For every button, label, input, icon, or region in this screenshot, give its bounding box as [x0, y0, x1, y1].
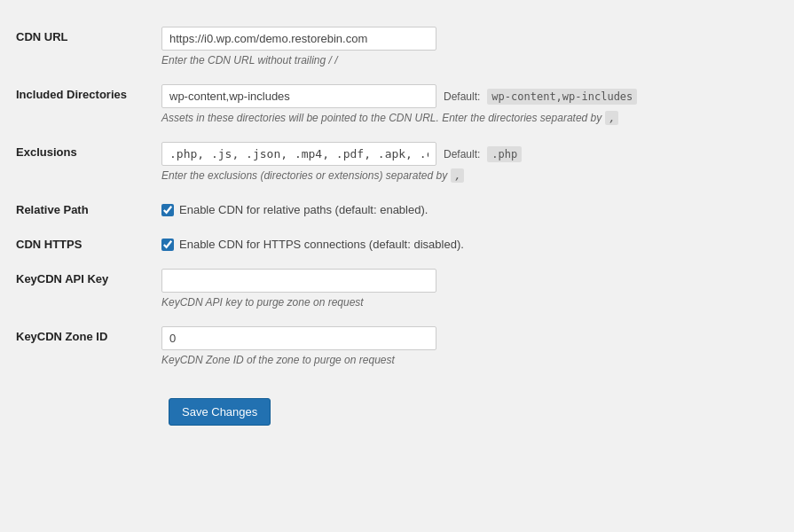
- keycdn-zone-id-help: KeyCDN Zone ID of the zone to purge on r…: [161, 354, 778, 366]
- directories-separator: ,: [605, 111, 618, 125]
- included-directories-label: Included Directories: [9, 75, 151, 133]
- cdn-url-input[interactable]: [161, 27, 436, 51]
- relative-path-checkbox-label: Enable CDN for relative paths (default: …: [179, 203, 428, 216]
- keycdn-api-key-cell: KeyCDN API key to purge zone on request: [151, 260, 785, 317]
- cdn-https-cell: Enable CDN for HTTPS connections (defaul…: [151, 225, 785, 260]
- exclusions-default-label: Default:: [444, 148, 480, 160]
- relative-path-row: Relative Path Enable CDN for relative pa…: [9, 191, 785, 225]
- keycdn-zone-id-input[interactable]: [161, 326, 436, 350]
- exclusions-separator: ,: [451, 168, 464, 183]
- relative-path-checkbox-row: Enable CDN for relative paths (default: …: [161, 203, 778, 216]
- relative-path-cell: Enable CDN for relative paths (default: …: [151, 191, 785, 225]
- save-row: Save Changes: [9, 375, 785, 434]
- cdn-https-label: CDN HTTPS: [9, 225, 151, 260]
- directories-default-value: wp-content,wp-includes: [487, 89, 637, 105]
- cdn-https-checkbox-row: Enable CDN for HTTPS connections (defaul…: [161, 238, 778, 251]
- settings-form: CDN URL Enter the CDN URL without traili…: [9, 18, 785, 434]
- directories-default-label: Default:: [444, 90, 480, 103]
- directories-input-row: Default: wp-content,wp-includes: [161, 84, 778, 108]
- exclusions-default-value: .php: [487, 146, 522, 162]
- directories-help: Assets in these directories will be poin…: [161, 112, 778, 124]
- directories-input[interactable]: [161, 84, 436, 108]
- cdn-url-row: CDN URL Enter the CDN URL without traili…: [9, 18, 785, 75]
- included-directories-cell: Default: wp-content,wp-includes Assets i…: [151, 75, 785, 133]
- keycdn-zone-id-row: KeyCDN Zone ID KeyCDN Zone ID of the zon…: [9, 317, 785, 375]
- exclusions-cell: Default: .php Enter the exclusions (dire…: [151, 133, 785, 191]
- cdn-url-cell: Enter the CDN URL without trailing / /: [151, 18, 785, 75]
- cdn-url-help: Enter the CDN URL without trailing / /: [161, 54, 778, 66]
- cdn-https-checkbox[interactable]: [161, 239, 174, 251]
- exclusions-help: Enter the exclusions (directories or ext…: [161, 169, 778, 182]
- relative-path-label: Relative Path: [9, 191, 151, 225]
- exclusions-input-row: Default: .php: [161, 142, 778, 166]
- cdn-https-row: CDN HTTPS Enable CDN for HTTPS connectio…: [9, 225, 785, 260]
- exclusions-label: Exclusions: [9, 133, 151, 191]
- keycdn-zone-id-label: KeyCDN Zone ID: [9, 317, 151, 375]
- relative-path-checkbox[interactable]: [161, 204, 174, 216]
- exclusions-row: Exclusions Default: .php Enter the exclu…: [9, 133, 785, 191]
- included-directories-row: Included Directories Default: wp-content…: [9, 75, 785, 133]
- save-button[interactable]: Save Changes: [169, 398, 271, 426]
- keycdn-zone-id-cell: KeyCDN Zone ID of the zone to purge on r…: [151, 317, 785, 375]
- keycdn-api-key-label: KeyCDN API Key: [9, 260, 151, 317]
- cdn-url-label: CDN URL: [9, 18, 151, 75]
- keycdn-api-key-row: KeyCDN API Key KeyCDN API key to purge z…: [9, 260, 785, 317]
- keycdn-api-key-input[interactable]: [161, 269, 436, 293]
- cdn-https-checkbox-label: Enable CDN for HTTPS connections (defaul…: [179, 238, 464, 251]
- keycdn-api-key-help: KeyCDN API key to purge zone on request: [161, 296, 778, 309]
- exclusions-input[interactable]: [161, 142, 436, 166]
